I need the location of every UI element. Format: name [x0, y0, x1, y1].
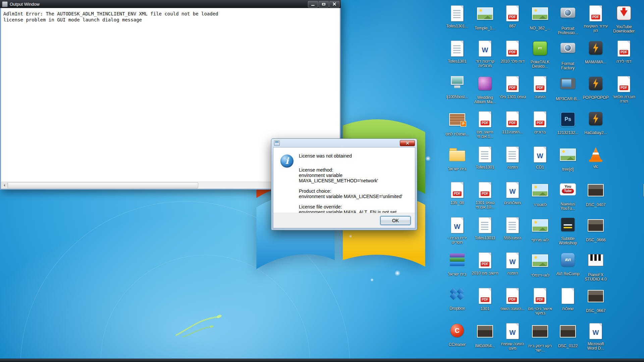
desktop-icon[interactable]: DSC_0122: [554, 322, 581, 348]
word-icon: W: [499, 323, 526, 341]
desktop-icon[interactable]: PDFטופס 1301 פלר: [499, 75, 526, 99]
desktop-icon-label: V...: [638, 236, 644, 240]
desktop-icon[interactable]: Tofes1301: [472, 145, 498, 170]
output-window-titlebar[interactable]: Output Window: [0, 0, 341, 8]
desktop-icon[interactable]: AVIAVI ReComp: [554, 251, 581, 276]
desktop-icon[interactable]: [638, 181, 644, 203]
desktop-icon[interactable]: vlc: [582, 145, 609, 169]
desktop-icon[interactable]: M...: [638, 4, 644, 28]
desktop-icon[interactable]: Subtitle Workshop: [554, 216, 581, 245]
desktop-icon-label: DSC_0407: [582, 203, 609, 207]
desktop-icon[interactable]: PDF111הזמנה...: [499, 110, 526, 134]
desktop-icon-label: DSC_0666: [582, 238, 609, 242]
desktop-icon[interactable]: Ps12132132...: [554, 110, 581, 135]
desktop-icon[interactable]: Wהזמנה: [499, 251, 526, 276]
desktop-icon[interactable]: PDF867: [499, 4, 526, 28]
desktop-icon[interactable]: הזמנה: [499, 145, 526, 170]
pdf-icon: PDF: [472, 288, 498, 306]
desktop-icon[interactable]: Wירית הבית - תסריט: [444, 216, 471, 245]
output-line: license problem in GUI mode launch dialo…: [3, 17, 337, 23]
desktop-icon[interactable]: Wהזמנה שופצת מעט: [499, 322, 526, 351]
desktop-icon-label: Tofes1301: [444, 59, 471, 64]
desktop-icon[interactable]: PDFאישור ניכוי מס במקור: [527, 287, 553, 315]
desktop-icon[interactable]: DSC_0667: [582, 287, 609, 313]
desktop-icon[interactable]: Tofes13011: [472, 216, 498, 240]
desktop-icon[interactable]: PDFהזמנה השופ...: [499, 287, 526, 311]
desktop-icon[interactable]: PDFהזמנה: [527, 75, 553, 99]
desktop-icon[interactable]: MAMAMA...: [582, 39, 609, 64]
desktop-icon[interactable]: HaGabay2...: [582, 110, 609, 135]
pdf-icon: PDF: [499, 5, 526, 23]
message-title: License was not obtained: [299, 153, 412, 159]
desktop-icon-label: טופס 1301 10.אם.פי...: [472, 201, 498, 209]
minimize-button[interactable]: [308, 1, 318, 7]
desktop-icon-label: לסטנדר: [527, 203, 553, 207]
desktop-icon[interactable]: PDFברוכים: [527, 110, 553, 134]
psd-icon: Ps: [554, 112, 581, 130]
text-icon: [472, 146, 498, 165]
desktop-icon[interactable]: Wedding Album Ma...: [472, 75, 498, 104]
desktop-icon-label: הזמנה: [499, 271, 526, 276]
desktop-icon[interactable]: PDFדוח פלר 2010: [499, 39, 526, 64]
desktop-icon[interactable]: YouTubeNaevius YouTu...: [554, 181, 581, 211]
desktop-icon[interactable]: POPOPOPOP: [582, 75, 609, 100]
desktop-icon[interactable]: PDFטופס 1301 10.אם.פי...: [472, 181, 498, 209]
section-value: environment variable MAYA_LICENSE='unlim…: [299, 194, 412, 199]
desktop-icon[interactable]: PDFחישוב מס 2010: [472, 251, 498, 276]
desktop-icon[interactable]: לוגו-ויינפלד: [527, 251, 553, 278]
desktop-icon[interactable]: YouTube Downloader: [610, 4, 637, 34]
desktop-icon[interactable]: רקע דיסק בית ישר...: [527, 322, 553, 353]
desktop-icon[interactable]: WCD1: [527, 145, 553, 170]
desktop-icon[interactable]: IMG0054...: [472, 322, 498, 348]
desktop-icon[interactable]: בית ישראל: [444, 251, 471, 277]
scroll-left-arrow[interactable]: [1, 182, 8, 189]
desktop-icon[interactable]: PDF1301: [472, 287, 498, 311]
desktop-icon-label: MP3CAR-B...: [554, 97, 581, 101]
scroll-thumb[interactable]: [8, 182, 198, 188]
desktop-icon[interactable]: לסטנדר: [527, 181, 553, 207]
desktop-icon[interactable]: Wמשלוחנים: [499, 181, 526, 205]
maximize-button[interactable]: [319, 1, 329, 7]
desktop-icon[interactable]: לוגו מרתף: [527, 216, 553, 242]
desktop-icon[interactable]: Portrait Professio...: [554, 4, 581, 35]
desktop-icon[interactable]: PDFחוברת תלמוד תורה: [610, 75, 637, 104]
desktop-icon[interactable]: שאלות: [554, 287, 581, 311]
desktop-icon[interactable]: DSC_0407: [582, 181, 609, 207]
doc-icon: [638, 5, 644, 23]
desktop-icon[interactable]: PDFדמי לידה: [610, 39, 637, 64]
desktop-icon-label: PokeTALK Deskto...: [527, 60, 553, 69]
desktop-icon[interactable]: PDFחישוב מס 1.אם.פי...: [472, 110, 498, 139]
desktop-icon[interactable]: Wקריינות דוד מרגליות: [472, 39, 498, 68]
desktop-icon[interactable]: Tofes1301...: [444, 4, 471, 28]
dialog-close-button[interactable]: [400, 140, 415, 146]
desktop-icon[interactable]: CCCleaner: [444, 322, 471, 347]
desktop-icon[interactable]: MP3CAR-B...: [554, 75, 581, 101]
desktop-icon[interactable]: tree[d]: [554, 145, 581, 172]
desktop-icon[interactable]: PDFעידוד השקעות הון: [582, 4, 609, 33]
desktop-icon[interactable]: PTPokeTALK Deskto...: [527, 39, 553, 69]
vlc-icon: [582, 146, 609, 164]
desktop-icon[interactable]: DSC_0666: [582, 216, 609, 242]
desktop-icon[interactable]: 555הזמנה: [499, 216, 526, 240]
desktop-icon[interactable]: בית ישראל: [444, 145, 471, 171]
media-icon: [554, 78, 581, 96]
desktop-icon-label: משלוחנים: [499, 201, 526, 205]
desktop-icon[interactable]: Dropbox: [444, 287, 471, 311]
desktop-icon[interactable]: Pשמולת למס...: [444, 110, 471, 136]
desktop-icon[interactable]: lj1005host...: [444, 75, 471, 99]
desktop-icon[interactable]: PianoFX STUDIO 4.0: [582, 251, 609, 282]
desktop-icon[interactable]: Tofes1301: [444, 39, 471, 64]
desktop-icon[interactable]: WMicrosoft Word D...: [582, 322, 609, 351]
close-button[interactable]: [329, 1, 339, 7]
desktop-icon[interactable]: Format Factory: [554, 39, 581, 70]
desktop-icon[interactable]: Sp...: [638, 75, 644, 99]
desktop-icon[interactable]: PDF135_08: [444, 181, 471, 205]
taskbar[interactable]: [0, 359, 644, 362]
desktop-icon-label: חישוב מס 1.אם.פי...: [472, 130, 498, 139]
desktop-icon[interactable]: Temple_1...: [472, 4, 498, 31]
desktop-icon[interactable]: Pl...: [638, 145, 644, 170]
dialog-titlebar[interactable]: [273, 139, 415, 147]
desktop-icon[interactable]: V...: [638, 216, 644, 240]
desktop-icon[interactable]: NO_362_...: [527, 4, 553, 31]
ok-button[interactable]: OK: [380, 216, 411, 225]
